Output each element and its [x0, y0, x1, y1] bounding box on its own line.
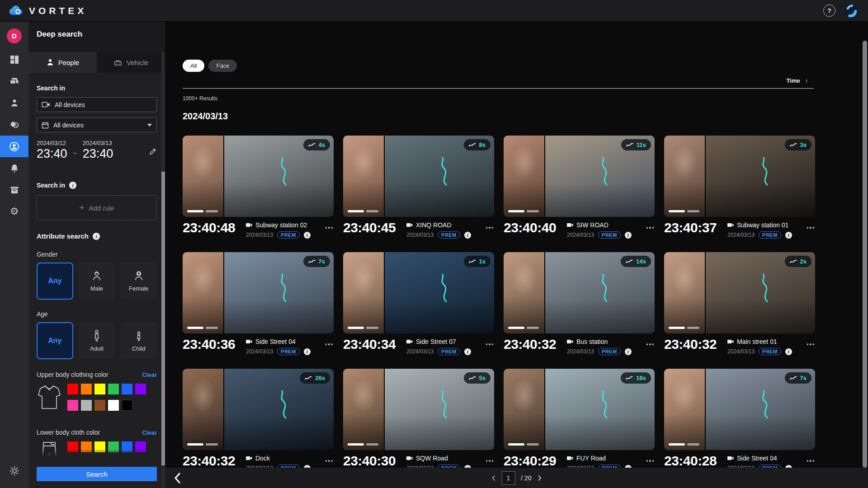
info-icon[interactable]	[785, 348, 792, 355]
age-child-button[interactable]: Child	[120, 322, 157, 359]
age-any-button[interactable]: Any	[37, 322, 73, 359]
result-thumbnail[interactable]: 7s	[183, 252, 334, 333]
info-icon[interactable]	[69, 182, 76, 189]
sidebar-item-settings[interactable]: ⚙	[0, 201, 28, 222]
info-icon[interactable]	[464, 348, 471, 355]
user-avatar[interactable]: D	[7, 28, 22, 43]
result-card[interactable]: 3s 23:40:37 Subway station 01 2024/03/13…	[664, 136, 815, 248]
result-thumbnail[interactable]: 3s	[664, 136, 815, 217]
color-swatch[interactable]	[108, 384, 119, 394]
result-thumbnail[interactable]: 1s	[343, 252, 494, 333]
face-thumbnail[interactable]	[343, 369, 384, 450]
tab-vehicle[interactable]: Vehicle	[97, 52, 165, 73]
face-thumbnail[interactable]	[183, 252, 223, 333]
result-card[interactable]: 4s 23:40:48 Subway station 02 2024/03/13…	[183, 136, 334, 248]
color-swatch[interactable]	[67, 384, 78, 394]
result-thumbnail[interactable]: 26s	[183, 369, 334, 450]
info-icon[interactable]	[464, 232, 471, 239]
result-thumbnail[interactable]: 2s	[664, 252, 815, 333]
more-options-button[interactable]	[807, 343, 816, 345]
face-thumbnail[interactable]	[343, 136, 384, 217]
more-options-button[interactable]	[646, 227, 655, 229]
face-thumbnail[interactable]	[183, 136, 223, 217]
sidebar-item-cameras[interactable]	[0, 70, 28, 92]
info-icon[interactable]	[304, 348, 311, 355]
devices-dropdown[interactable]: All devices	[37, 117, 157, 132]
more-options-button[interactable]	[326, 460, 334, 462]
face-thumbnail[interactable]	[183, 369, 223, 450]
info-icon[interactable]	[304, 232, 311, 239]
upper-clear-button[interactable]: Clear	[142, 371, 157, 378]
result-thumbnail[interactable]: 14s	[504, 252, 655, 333]
more-options-button[interactable]	[646, 460, 655, 462]
collapse-panel-button[interactable]	[173, 472, 182, 484]
account-avatar[interactable]	[844, 4, 859, 18]
search-button[interactable]: Search	[37, 467, 157, 481]
info-icon[interactable]	[93, 233, 100, 240]
color-swatch[interactable]	[108, 400, 119, 411]
panel-scrollbar[interactable]	[161, 52, 165, 488]
result-card[interactable]: 5s 23:40:30 SQW Road 2024/03/13 PREM	[343, 369, 494, 481]
result-card[interactable]: 18s 23:40:29 FUY Road 2024/03/13 PREM	[504, 369, 655, 481]
color-swatch[interactable]	[81, 400, 92, 411]
sort-control[interactable]: Time ↑	[786, 77, 808, 84]
info-icon[interactable]	[625, 232, 632, 239]
page-prev-icon[interactable]	[491, 475, 495, 481]
sidebar-item-deep-search[interactable]	[0, 136, 28, 157]
date-range[interactable]: 2024/03/12 23:40 ~ 2024/03/13 23:40	[37, 140, 157, 160]
color-swatch[interactable]	[94, 400, 105, 411]
result-card[interactable]: 14s 23:40:32 Bus station 2024/03/13 PREM	[504, 252, 655, 364]
more-options-button[interactable]	[326, 227, 334, 229]
sidebar-item-archive[interactable]	[0, 179, 28, 201]
color-swatch[interactable]	[122, 400, 132, 411]
result-card[interactable]: 2s 23:40:32 Main street 01 2024/03/13 PR…	[664, 252, 815, 364]
more-options-button[interactable]	[807, 227, 816, 229]
result-thumbnail[interactable]: 4s	[183, 136, 334, 217]
more-options-button[interactable]	[486, 227, 495, 229]
gender-any-button[interactable]: Any	[37, 263, 73, 300]
edit-date-button[interactable]	[149, 146, 157, 156]
chip-face[interactable]: Face	[208, 60, 237, 72]
result-card[interactable]: 7s 23:40:36 Side Street 04 2024/03/13 PR…	[183, 252, 334, 364]
help-icon[interactable]	[823, 5, 835, 17]
devices-field[interactable]: All devices	[37, 97, 157, 112]
face-thumbnail[interactable]	[664, 252, 705, 333]
gender-male-button[interactable]: Male	[79, 263, 115, 300]
info-icon[interactable]	[785, 232, 792, 239]
tab-people[interactable]: People	[28, 52, 97, 73]
face-thumbnail[interactable]	[504, 136, 544, 217]
theme-toggle-button[interactable]	[0, 460, 28, 482]
result-thumbnail[interactable]: 5s	[343, 369, 494, 450]
result-thumbnail[interactable]: 7s	[664, 369, 815, 450]
add-rule-button[interactable]: + Add rule	[37, 195, 157, 221]
color-swatch[interactable]	[122, 384, 132, 394]
more-options-button[interactable]	[807, 460, 816, 462]
result-thumbnail[interactable]: 8s	[343, 136, 494, 217]
face-thumbnail[interactable]	[664, 136, 705, 217]
color-swatch[interactable]	[67, 400, 78, 411]
face-thumbnail[interactable]	[664, 369, 705, 450]
more-options-button[interactable]	[486, 460, 495, 462]
sidebar-item-notifications[interactable]	[0, 157, 28, 179]
color-swatch[interactable]	[81, 384, 92, 394]
result-thumbnail[interactable]: 11s	[504, 136, 655, 217]
info-icon[interactable]	[625, 348, 632, 355]
result-card[interactable]: 26s 23:40:32 Dock 2024/03/13 PREM	[183, 369, 334, 481]
lower-clear-button[interactable]: Clear	[142, 429, 157, 436]
gender-female-button[interactable]: Female	[120, 263, 157, 300]
color-swatch[interactable]	[94, 384, 105, 394]
more-options-button[interactable]	[486, 343, 495, 345]
results-scrollbar[interactable]	[863, 41, 867, 487]
result-thumbnail[interactable]: 18s	[504, 369, 655, 450]
sidebar-item-dashboard[interactable]	[0, 49, 28, 70]
result-card[interactable]: 8s 23:40:45 XINQ ROAD 2024/03/13 PREM	[343, 136, 494, 248]
sidebar-item-people[interactable]	[0, 92, 28, 114]
sidebar-item-reid[interactable]	[0, 114, 28, 136]
chip-all[interactable]: All	[183, 60, 204, 72]
age-adult-button[interactable]: Adult	[79, 322, 115, 359]
face-thumbnail[interactable]	[343, 252, 384, 333]
result-card[interactable]: 1s 23:40:34 Side Street 07 2024/03/13 PR…	[343, 252, 494, 364]
page-input[interactable]: 1	[501, 471, 515, 485]
result-card[interactable]: 7s 23:40:28 Side Street 04 2024/03/13 PR…	[664, 369, 815, 481]
more-options-button[interactable]	[326, 343, 334, 345]
